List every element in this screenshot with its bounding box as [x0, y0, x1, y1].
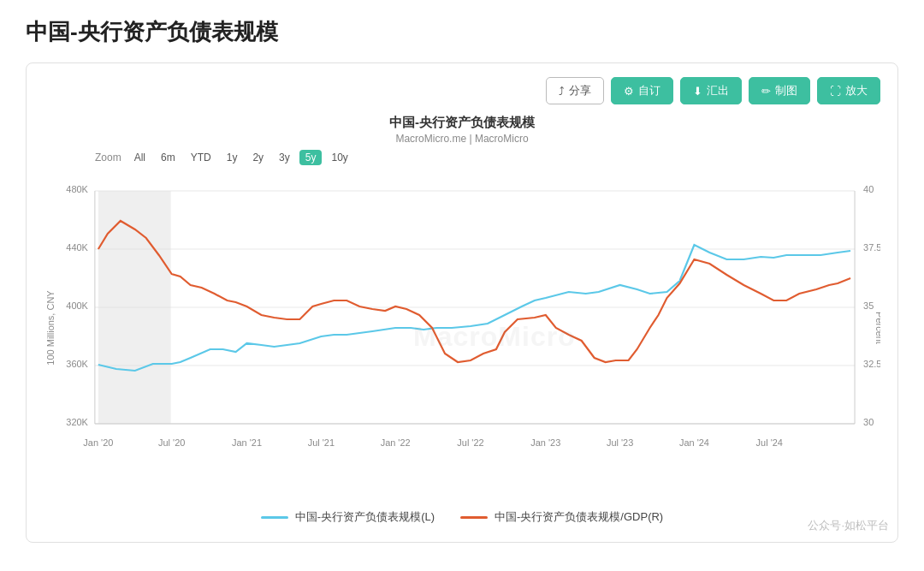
legend-line-blue	[261, 516, 288, 519]
chart-title-area: 中国-央行资产负债表规模 MacroMicro.me | MacroMicro	[44, 115, 880, 145]
svg-text:30: 30	[863, 417, 874, 427]
pencil-icon: ✏	[761, 85, 771, 98]
legend-item-blue: 中国-央行资产负债表规模(L)	[261, 509, 435, 525]
svg-text:100 Millions, CNY: 100 Millions, CNY	[45, 290, 56, 366]
toolbar: ⤴ 分享 ⚙ 自订 ⬇ 汇出 ✏ 制图 ⛶ 放大	[44, 77, 880, 104]
svg-text:Percent: Percent	[874, 312, 880, 344]
svg-text:Jul '24: Jul '24	[756, 437, 783, 448]
zoom-all[interactable]: All	[128, 150, 151, 165]
svg-text:Jul '21: Jul '21	[308, 437, 335, 448]
expand-icon: ⛶	[830, 85, 841, 98]
svg-text:Jan '20: Jan '20	[83, 437, 113, 448]
svg-text:Jan '23: Jan '23	[530, 437, 560, 448]
zoom-10y[interactable]: 10y	[325, 150, 353, 165]
svg-text:Jul '23: Jul '23	[607, 437, 633, 448]
chart-svg: 480K 440K 400K 360K 320K 40 37.5 35 32.5…	[44, 174, 880, 499]
legend-line-red	[460, 516, 488, 519]
zoom-ytd[interactable]: YTD	[185, 150, 217, 165]
svg-text:360K: 360K	[66, 359, 88, 369]
customize-button[interactable]: ⚙ 自订	[611, 77, 673, 104]
svg-rect-17	[98, 191, 171, 424]
zoom-5y[interactable]: 5y	[299, 150, 323, 165]
download-icon: ⬇	[693, 85, 702, 98]
legend-label-red: 中国-央行资产负债表规模/GDP(R)	[495, 509, 663, 525]
zoom-1y[interactable]: 1y	[221, 150, 244, 165]
svg-text:320K: 320K	[66, 417, 88, 427]
chart-area: MacroMicro 480K 440K 400K 360K 320K 40 3…	[44, 174, 880, 499]
zoom-3y[interactable]: 3y	[273, 150, 296, 165]
gear-icon: ⚙	[624, 85, 634, 98]
svg-text:Jul '20: Jul '20	[158, 437, 185, 448]
svg-text:37.5: 37.5	[863, 242, 880, 253]
legend-item-red: 中国-央行资产负债表规模/GDP(R)	[460, 509, 663, 525]
zoom-controls: Zoom All 6m YTD 1y 2y 3y 5y 10y	[44, 150, 880, 165]
svg-text:40: 40	[863, 184, 874, 194]
page-container: 中国-央行资产负债表规模 ⤴ 分享 ⚙ 自订 ⬇ 汇出 ✏ 制图 ⛶ 放大	[0, 0, 924, 571]
page-title: 中国-央行资产负债表规模	[26, 17, 898, 47]
zoom-expand-button[interactable]: ⛶ 放大	[817, 77, 880, 104]
chart-wrapper: ⤴ 分享 ⚙ 自订 ⬇ 汇出 ✏ 制图 ⛶ 放大 中国-央行资产负债表规模	[26, 62, 898, 543]
legend-label-blue: 中国-央行资产负债表规模(L)	[295, 509, 435, 525]
export-button[interactable]: ⬇ 汇出	[680, 77, 742, 104]
legend: 中国-央行资产负债表规模(L) 中国-央行资产负债表规模/GDP(R)	[44, 509, 880, 525]
svg-text:35: 35	[863, 300, 874, 311]
svg-text:Jan '22: Jan '22	[381, 437, 411, 448]
svg-text:32.5: 32.5	[863, 359, 880, 369]
chart-main-title: 中国-央行资产负债表规模	[44, 115, 880, 131]
svg-text:Jan '24: Jan '24	[679, 437, 709, 448]
zoom-6m[interactable]: 6m	[155, 150, 181, 165]
draw-button[interactable]: ✏ 制图	[749, 77, 810, 104]
svg-text:Jan '21: Jan '21	[232, 437, 262, 448]
zoom-label: Zoom	[95, 152, 121, 164]
chart-subtitle: MacroMicro.me | MacroMicro	[44, 133, 880, 145]
svg-text:400K: 400K	[66, 300, 88, 311]
share-button[interactable]: ⤴ 分享	[546, 77, 604, 104]
red-line	[98, 221, 850, 362]
svg-text:440K: 440K	[66, 242, 88, 253]
svg-text:480K: 480K	[66, 184, 88, 194]
zoom-2y[interactable]: 2y	[246, 150, 270, 165]
share-icon: ⤴	[559, 85, 565, 98]
svg-text:Jul '22: Jul '22	[457, 437, 483, 448]
